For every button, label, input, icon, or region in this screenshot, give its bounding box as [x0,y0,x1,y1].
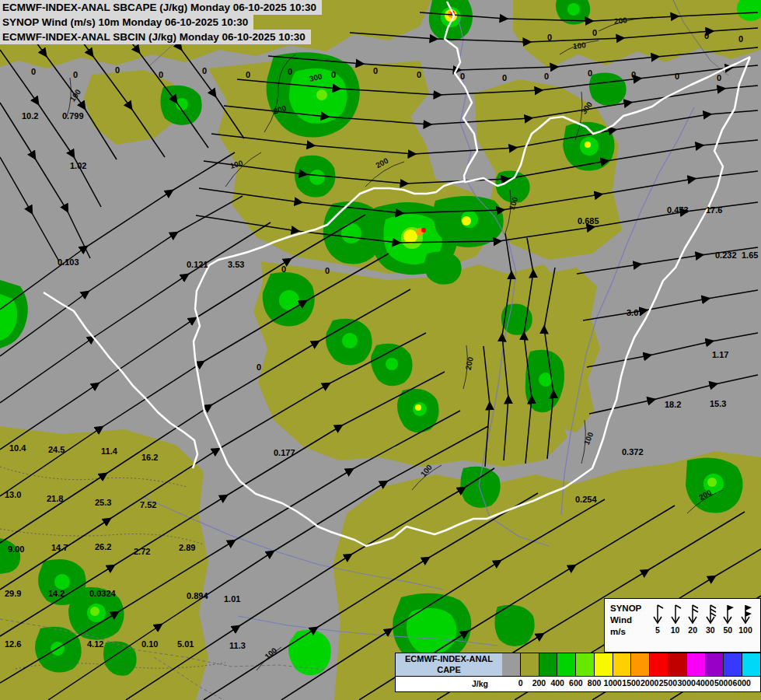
cape-legend-color-swatch [502,653,520,676]
map-title-sbcin: ECMWF-INDEX-ANAL SBCIN (J/kg) Monday 06-… [0,30,311,44]
cape-legend-tick: 6000 [733,678,751,688]
cape-legend-tick: 3000 [677,678,695,688]
wind-speed-item: 100 [738,603,752,635]
cape-legend-tick: 4000 [696,678,714,688]
cape-legend-ticks: 0200400600800100015002000250030004000500… [502,676,760,691]
cape-legend-tick: 0 [518,678,523,688]
cape-legend-tick: 600 [569,678,583,688]
cape-legend-color-swatch [705,653,724,676]
wind-speed-item: 5 [651,603,665,635]
cape-legend-color-swatch [742,653,760,676]
cape-legend-label-line: CAPE [437,665,461,676]
wind-legend-title-line: m/s [610,626,651,638]
wind-barb-icon [703,603,717,625]
cape-legend-color-swatch [630,653,649,676]
cape-legend-unit: J/kg [472,679,488,688]
cape-legend-swatches [502,653,760,677]
cape-legend-label-line: ECMWF-INDEX-ANAL [405,654,493,665]
cape-legend-tick: 400 [550,678,564,688]
cape-legend-label: ECMWF-INDEX-ANAL CAPE [396,653,503,677]
cape-legend-color-swatch [520,653,539,676]
cape-legend-tick: 5000 [714,678,732,688]
wind-speed-item: 20 [686,603,700,635]
cape-legend-tick: 2000 [641,678,658,688]
cape-legend-color-swatch [668,653,686,676]
cape-legend-color-swatch [594,653,613,676]
cape-legend-color-swatch [613,653,631,676]
cape-legend-tick: 2500 [659,678,677,688]
cape-legend-color-swatch [723,653,742,676]
cape-legend-tick: 800 [588,678,602,688]
wind-barb-icon [668,603,682,625]
wind-legend-arrows: 510203050100 [651,599,760,652]
weather-map [0,0,761,700]
wind-barb-icon [651,603,665,625]
wind-legend: SYNOP Wind m/s 510203050100 [604,598,761,653]
cape-legend: ECMWF-INDEX-ANAL CAPE J/kg 0200400600800… [395,653,761,692]
cape-legend-tick: 1000 [604,678,622,688]
cape-legend-color-swatch [539,653,557,676]
cape-legend-color-swatch [557,653,575,676]
wind-speed-label: 5 [655,625,660,635]
wind-speed-label: 20 [688,625,697,635]
wind-speed-item: 10 [668,603,682,635]
wind-legend-title-line: SYNOP [610,603,651,614]
wind-legend-title-line: Wind [610,614,651,626]
wind-speed-label: 100 [738,625,752,635]
cape-legend-color-swatch [575,653,594,676]
wind-barb-icon [686,603,700,625]
wind-barb-icon [721,603,735,625]
wind-speed-item: 30 [703,603,717,635]
wind-speed-item: 50 [721,603,735,635]
cape-legend-tick: 200 [532,678,546,688]
cape-legend-color-swatch [686,653,705,676]
weather-map-view: ECMWF-INDEX-ANAL SBCAPE (J/kg) Monday 06… [0,0,761,700]
map-title-sbcape: ECMWF-INDEX-ANAL SBCAPE (J/kg) Monday 06… [0,0,322,15]
wind-speed-label: 30 [706,625,715,635]
wind-speed-label: 10 [671,625,680,635]
wind-barb-icon [738,603,752,625]
title-block: ECMWF-INDEX-ANAL SBCAPE (J/kg) Monday 06… [0,0,322,44]
wind-speed-label: 50 [724,625,733,635]
cape-legend-color-swatch [649,653,668,676]
map-title-wind: SYNOP Wind (m/s) 10m Monday 06-10-2025 1… [0,15,253,30]
cape-legend-tick: 1500 [622,678,640,688]
wind-legend-title: SYNOP Wind m/s [605,599,651,652]
